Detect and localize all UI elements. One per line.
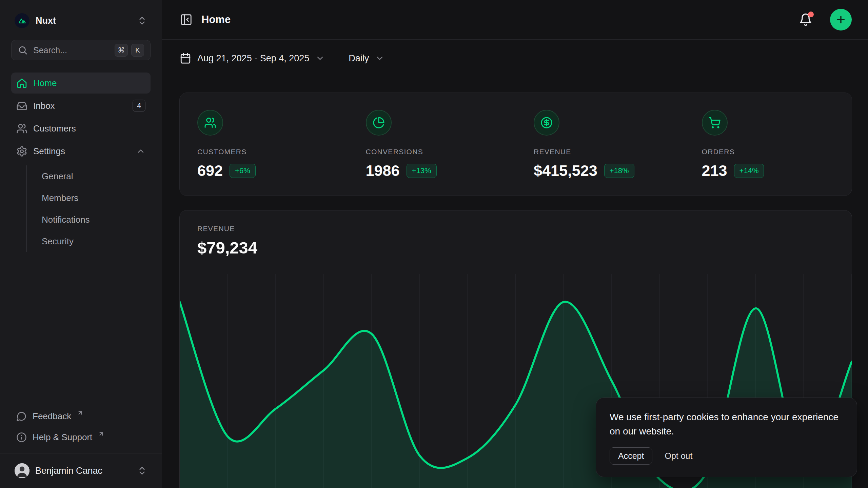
dollar-circle-icon — [534, 110, 559, 136]
filters-bar: Aug 21, 2025 - Sep 4, 2025 Daily — [162, 40, 868, 77]
sidebar-collapse-icon[interactable] — [180, 13, 193, 26]
sidebar-item-label: Settings — [33, 146, 130, 157]
notifications-bell-button[interactable] — [799, 13, 812, 26]
sidebar-item-security[interactable]: Security — [42, 230, 151, 252]
chevrons-up-down-icon — [137, 466, 147, 476]
date-range-picker[interactable]: Aug 21, 2025 - Sep 4, 2025 — [180, 53, 325, 64]
gear-icon — [16, 146, 27, 157]
sidebar-nav: Home Inbox 4 C — [0, 73, 162, 254]
pie-chart-icon — [366, 110, 392, 136]
sidebar-item-label: Security — [42, 236, 74, 247]
chevron-up-icon — [136, 146, 145, 156]
user-menu-button[interactable]: Benjamin Canac — [11, 460, 151, 481]
home-icon — [16, 78, 27, 89]
help-support-label: Help & Support — [33, 432, 92, 443]
inbox-count-badge: 4 — [133, 100, 145, 112]
stat-value: $415,523 — [534, 162, 597, 180]
stat-delta-badge: +6% — [230, 164, 256, 178]
sidebar-item-label: General — [42, 171, 73, 182]
stats-row: CUSTOMERS 692 +6% CONVERSIONS 1986 — [179, 93, 852, 196]
opt-out-button[interactable]: Opt out — [665, 451, 692, 461]
notification-dot — [808, 12, 814, 17]
stat-customers[interactable]: CUSTOMERS 692 +6% — [180, 93, 348, 196]
cookie-consent-banner: We use first-party cookies to enhance yo… — [596, 398, 857, 477]
sidebar-item-label: Inbox — [33, 101, 127, 111]
feedback-label: Feedback — [33, 411, 71, 422]
users-icon — [16, 123, 27, 134]
stat-label: ORDERS — [702, 148, 834, 156]
add-button[interactable] — [830, 9, 852, 30]
chevron-down-icon — [315, 54, 325, 63]
stat-value: 1986 — [366, 162, 400, 180]
nuxt-logo-icon — [15, 13, 29, 28]
sidebar-item-label: Customers — [33, 123, 145, 134]
help-support-link[interactable]: Help & Support — [11, 427, 151, 448]
team-name: Nuxt — [36, 16, 131, 26]
info-circle-icon — [16, 432, 27, 443]
team-switcher[interactable]: Nuxt — [11, 10, 151, 31]
kbd-k: K — [131, 44, 144, 57]
search-input[interactable]: Search... ⌘ K — [11, 40, 151, 60]
period-select[interactable]: Daily — [349, 53, 384, 64]
stat-value: 213 — [702, 162, 727, 180]
shopping-cart-icon — [702, 110, 728, 136]
search-icon — [18, 45, 28, 55]
chevron-down-icon — [375, 54, 384, 63]
revenue-chart-header: REVENUE $79,234 — [180, 210, 852, 257]
page-header: Home — [162, 0, 868, 40]
period-value: Daily — [349, 53, 369, 64]
settings-children: General Members Notifications Security — [26, 165, 151, 252]
sidebar-item-notifications[interactable]: Notifications — [42, 209, 151, 230]
stat-value: 692 — [197, 162, 223, 180]
revenue-chart-value: $79,234 — [197, 238, 834, 257]
revenue-chart-label: REVENUE — [197, 225, 834, 233]
sidebar-item-inbox[interactable]: Inbox 4 — [11, 95, 151, 116]
stat-conversions[interactable]: CONVERSIONS 1986 +13% — [348, 93, 516, 196]
chevrons-up-down-icon — [137, 16, 147, 26]
external-link-icon — [77, 410, 83, 416]
sidebar-footer: Feedback Help & Support — [0, 406, 162, 453]
sidebar-item-settings[interactable]: Settings — [11, 141, 151, 162]
calendar-icon — [180, 53, 191, 64]
sidebar-user-section: Benjamin Canac — [0, 453, 162, 488]
avatar — [15, 463, 29, 478]
sidebar: Nuxt Search... ⌘ K — [0, 0, 162, 488]
stat-label: REVENUE — [534, 148, 666, 156]
feedback-link[interactable]: Feedback — [11, 406, 151, 427]
date-range-value: Aug 21, 2025 - Sep 4, 2025 — [197, 53, 309, 64]
stat-delta-badge: +13% — [407, 164, 437, 178]
sidebar-item-members[interactable]: Members — [42, 187, 151, 209]
search-placeholder: Search... — [33, 45, 109, 55]
stat-revenue[interactable]: REVENUE $415,523 +18% — [516, 93, 684, 196]
stat-label: CONVERSIONS — [366, 148, 498, 156]
stat-orders[interactable]: ORDERS 213 +14% — [684, 93, 852, 196]
sidebar-item-general[interactable]: General — [42, 165, 151, 187]
sidebar-item-label: Home — [33, 78, 145, 88]
message-bubble-icon — [16, 411, 27, 422]
cookie-message: We use first-party cookies to enhance yo… — [610, 410, 843, 439]
page-title: Home — [201, 14, 790, 26]
cookie-actions: Accept Opt out — [610, 447, 843, 465]
sidebar-spacer — [0, 254, 162, 406]
accept-button[interactable]: Accept — [610, 447, 652, 465]
kbd-cmd: ⌘ — [115, 44, 128, 57]
sidebar-item-customers[interactable]: Customers — [11, 118, 151, 139]
inbox-icon — [16, 100, 27, 111]
sidebar-item-label: Notifications — [42, 215, 90, 225]
users-icon — [197, 110, 223, 136]
sidebar-item-home[interactable]: Home — [11, 73, 151, 94]
stat-delta-badge: +18% — [604, 164, 634, 178]
sidebar-item-label: Members — [42, 193, 78, 203]
stat-label: CUSTOMERS — [197, 148, 330, 156]
stat-delta-badge: +14% — [734, 164, 764, 178]
user-name: Benjamin Canac — [35, 466, 131, 476]
external-link-icon — [98, 431, 104, 437]
